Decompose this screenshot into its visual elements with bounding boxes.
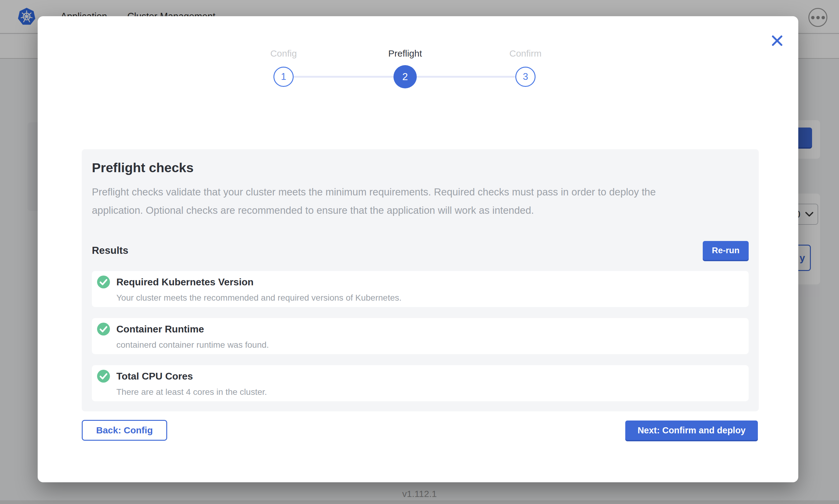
description-line: application. Optional checks are recomme… — [92, 201, 749, 220]
check-result-card: Total CPU Cores There are at least 4 cor… — [92, 365, 749, 401]
results-header-row: Results Re-run — [92, 241, 749, 260]
step-label-confirm: Confirm — [509, 48, 541, 59]
step-number: 1 — [281, 71, 286, 82]
description-line: Preflight checks validate that your clus… — [92, 183, 749, 201]
check-title: Required Kubernetes Version — [116, 275, 742, 288]
check-result-card: Required Kubernetes Version Your cluster… — [92, 271, 749, 307]
check-pass-icon — [97, 323, 110, 336]
step-label-config: Config — [270, 48, 297, 59]
check-pass-icon — [97, 275, 110, 288]
check-description: There are at least 4 cores in the cluste… — [116, 387, 742, 397]
step-number: 2 — [403, 71, 408, 83]
next-button[interactable]: Next: Confirm and deploy — [625, 420, 758, 440]
check-pass-icon — [97, 370, 110, 383]
step-circle-2[interactable]: 2 — [393, 65, 417, 88]
check-title: Container Runtime — [116, 323, 742, 336]
check-result-card: Container Runtime containerd container r… — [92, 318, 749, 354]
check-title: Total CPU Cores — [116, 370, 742, 383]
step-circle-1[interactable]: 1 — [273, 67, 294, 87]
check-description: containerd container runtime was found. — [116, 340, 742, 350]
rerun-button[interactable]: Re-run — [703, 241, 749, 260]
step-connector — [417, 76, 515, 78]
step-circle-3[interactable]: 3 — [515, 67, 535, 87]
close-icon[interactable] — [771, 35, 783, 47]
step-connector — [294, 76, 393, 78]
preflight-description: Preflight checks validate that your clus… — [92, 183, 749, 220]
back-button[interactable]: Back: Config — [82, 420, 167, 441]
check-description: Your cluster meets the recommended and r… — [116, 293, 742, 303]
results-heading: Results — [92, 245, 128, 256]
step-number: 3 — [523, 71, 528, 82]
preflight-panel: Preflight checks Preflight checks valida… — [82, 149, 759, 411]
preflight-modal: Config Preflight Confirm 1 2 3 Preflight… — [38, 16, 798, 482]
page-title: Preflight checks — [92, 160, 749, 176]
step-label-preflight: Preflight — [388, 48, 422, 59]
